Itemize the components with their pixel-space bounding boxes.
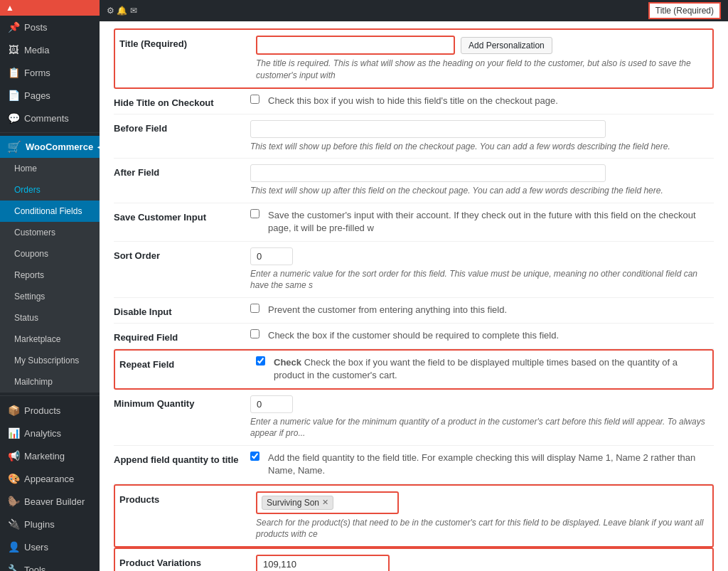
sidebar-item-media[interactable]: 🖼 Media [0,38,100,61]
save-customer-checkbox[interactable] [250,209,259,218]
hide-title-label: Hide Title on Checkout [114,95,242,108]
sidebar-top-bar: ▲ [0,0,100,16]
sidebar-divider-1 [0,132,100,133]
title-field: Add Personalization The title is require… [256,36,708,82]
before-field-input[interactable] [250,120,606,138]
disable-input-field: Prevent the customer from entering anyth… [250,304,714,316]
sidebar-item-tools[interactable]: 🔧 Tools [0,558,100,571]
product-variations-row: Product Variations 109,110 Enter a comma… [114,548,714,571]
title-label: Title (Required) [119,36,247,49]
plugins-icon: 🔌 [7,518,20,530]
sidebar-item-products[interactable]: 📦 Products [0,399,100,422]
required-field-label: Required Field [114,329,242,343]
required-field-field: Check the box if the customer should be … [250,329,714,342]
repeat-field-field: Check Check the box if you want the fiel… [256,356,708,382]
sidebar-item-mailchimp[interactable]: Mailchimp [0,371,100,393]
sidebar-item-appearance[interactable]: 🎨 Appearance [0,467,100,490]
sidebar-item-label: Forms [24,68,50,78]
min-quantity-field: Enter a numeric value for the minimum qu… [250,395,714,440]
required-field-check-wrap: Check the box if the customer should be … [250,329,714,342]
required-field-checkbox[interactable] [250,329,259,338]
product-variations-label: Product Variations [119,555,247,568]
sidebar-item-label: Reports [14,270,44,280]
forms-icon: 📋 [7,67,20,78]
disable-input-check-wrap: Prevent the customer from entering anyth… [250,304,714,316]
title-row: Title (Required) Add Personalization The… [114,28,714,89]
media-icon: 🖼 [7,44,20,55]
repeat-field-checkbox[interactable] [256,356,265,365]
sidebar-item-label: Marketing [24,451,65,461]
append-checkbox[interactable] [250,452,259,461]
woo-icon: 🛒 [7,140,21,154]
sort-order-label: Sort Order [114,247,242,261]
min-quantity-label: Minimum Quantity [114,395,242,409]
sidebar-item-label: Appearance [24,474,74,484]
sidebar-item-label: Coupons [14,249,48,259]
save-customer-field: Save the customer's input with their acc… [250,209,714,235]
sidebar-item-comments[interactable]: 💬 Comments [0,107,100,129]
disable-input-checkbox[interactable] [250,304,259,313]
sidebar-item-label: Tools [24,565,46,572]
appearance-icon: 🎨 [7,473,20,484]
sidebar-item-label: Users [24,542,48,553]
posts-icon: 📌 [7,21,20,33]
sidebar-item-posts[interactable]: 📌 Posts [0,16,100,38]
topbar-icons: ⚙ 🔔 ✉ [107,6,137,16]
sidebar-item-label: Status [14,313,38,323]
sidebar-item-conditional-fields[interactable]: Conditional Fields [0,201,100,222]
products-icon: 📦 [7,405,20,416]
min-quantity-row: Minimum Quantity Enter a numeric value f… [114,390,714,447]
woo-commerce-header[interactable]: 🛒 WooCommerce ◀ [0,136,100,158]
after-field-description: This text will show up after this field … [250,185,714,197]
sidebar-item-beaver-builder[interactable]: 🦫 Beaver Builder [0,490,100,513]
products-input-wrap[interactable]: Surviving Son ✕ [256,491,399,514]
hide-title-checkbox[interactable] [250,95,259,104]
sidebar-divider-2 [0,395,100,396]
sidebar-item-label: Mailchimp [14,377,53,387]
products-search-input[interactable] [336,496,393,509]
products-field: Surviving Son ✕ Search for the product(s… [256,491,708,541]
sidebar-item-marketplace[interactable]: Marketplace [0,329,100,350]
sidebar-item-label: Orders [14,185,41,195]
add-personalization-button[interactable]: Add Personalization [461,37,552,54]
product-variations-field: 109,110 Enter a comma separated list of … [256,555,708,571]
sort-order-input[interactable] [250,247,293,265]
sidebar-item-users[interactable]: 👤 Users [0,535,100,558]
min-quantity-input[interactable] [250,395,293,413]
sidebar-item-home[interactable]: Home [0,158,100,179]
sidebar: ▲ 📌 Posts 🖼 Media 📋 Forms 📄 Pages 💬 Comm… [0,0,100,571]
sidebar-item-orders[interactable]: Orders [0,179,100,201]
sidebar-item-customers[interactable]: Customers [0,222,100,243]
marketing-icon: 📢 [7,450,20,461]
after-field-label: After Field [114,164,242,178]
sidebar-item-forms[interactable]: 📋 Forms [0,61,100,84]
hide-title-check-label: Check this box if you wish to hide this … [268,95,558,107]
sidebar-item-pages[interactable]: 📄 Pages [0,84,100,107]
sidebar-item-my-subscriptions[interactable]: My Subscriptions [0,350,100,371]
after-field-input[interactable] [250,164,606,182]
sidebar-item-coupons[interactable]: Coupons [0,243,100,265]
sidebar-item-reports[interactable]: Reports [0,265,100,286]
sidebar-item-label: Marketplace [14,334,60,344]
title-description: The title is required. This is what will… [256,58,708,82]
product-variations-input[interactable]: 109,110 [257,556,388,571]
save-customer-check-label: Save the customer's input with their acc… [268,209,714,235]
sidebar-item-label: Settings [14,292,45,301]
sidebar-item-label: Beaver Builder [24,496,85,507]
sidebar-item-status[interactable]: Status [0,307,100,329]
append-row: Append field quantity to title Add the f… [114,446,714,484]
title-input[interactable] [256,36,455,55]
products-tag-label: Surviving Son [267,498,319,508]
sidebar-item-settings[interactable]: Settings [0,286,100,307]
woo-submenu: Home Orders Conditional Fields Customers… [0,158,100,393]
products-row: Products Surviving Son ✕ Search for the … [114,484,714,548]
sidebar-item-analytics[interactable]: 📊 Analytics [0,422,100,444]
sidebar-item-plugins[interactable]: 🔌 Plugins [0,513,100,535]
sidebar-item-label: Customers [14,228,55,238]
required-field-check-label: Check the box if the customer should be … [268,329,559,342]
before-field-description: This text will show up before this field… [250,141,714,153]
sidebar-item-marketing[interactable]: 📢 Marketing [0,444,100,467]
sidebar-item-label: Comments [24,113,69,124]
repeat-field-check-label: Check Check the box if you want the fiel… [274,356,708,382]
products-tag-remove[interactable]: ✕ [322,498,328,507]
